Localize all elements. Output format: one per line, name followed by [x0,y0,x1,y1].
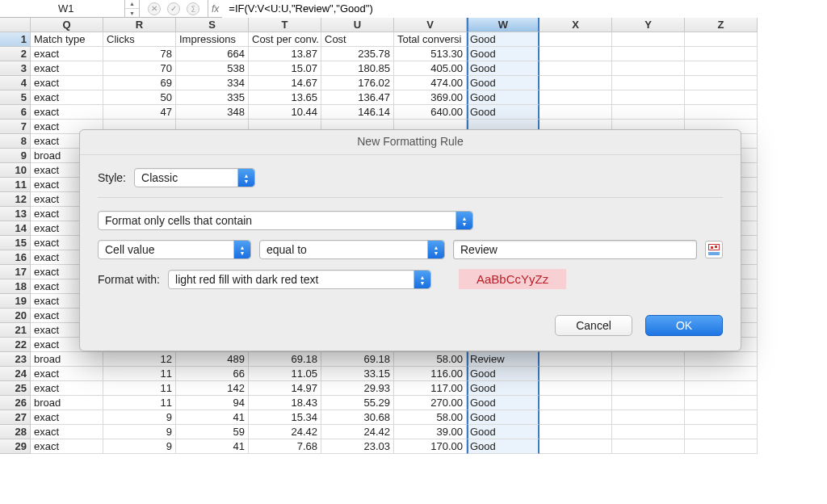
header-cell[interactable] [685,32,758,47]
cell[interactable] [539,61,612,76]
cell[interactable] [612,352,685,367]
cell[interactable]: exact [31,439,103,454]
cell[interactable] [612,410,685,425]
row-header[interactable]: 20 [0,309,31,323]
cancel-button[interactable]: Cancel [555,315,632,336]
header-cell[interactable]: Total conversi [394,32,467,47]
cell[interactable]: 489 [176,352,249,367]
cell[interactable]: 58.00 [394,410,467,425]
condition-op-select[interactable]: equal to ▲▼ [259,240,445,259]
name-box-stepper[interactable]: ▲ ▼ [125,0,140,18]
cell[interactable] [612,381,685,396]
cell[interactable] [539,396,612,410]
row-header[interactable]: 19 [0,294,31,309]
cell[interactable] [539,105,612,120]
header-cell[interactable]: Impressions [176,32,249,47]
row-header[interactable]: 11 [0,178,31,192]
cell[interactable]: broad [31,352,103,367]
cell[interactable]: 235.78 [321,47,394,61]
cell[interactable] [612,61,685,76]
cell[interactable]: 9 [103,410,176,425]
cell[interactable]: 405.00 [394,61,467,76]
accept-formula-icon[interactable]: ✓ [167,2,180,15]
cell[interactable]: Good [467,439,539,454]
cell[interactable] [539,352,612,367]
cell[interactable]: 369.00 [394,90,467,105]
row-header[interactable]: 29 [0,439,31,454]
cell[interactable] [612,425,685,439]
cell[interactable] [612,76,685,90]
cell[interactable]: exact [31,76,103,90]
cell[interactable]: 41 [176,410,249,425]
cell[interactable]: 23.03 [321,439,394,454]
cell[interactable] [685,396,758,410]
row-header[interactable]: 12 [0,192,31,207]
row-header[interactable]: 15 [0,236,31,250]
cell[interactable]: 94 [176,396,249,410]
cell[interactable] [539,47,612,61]
cell[interactable]: 58.00 [394,352,467,367]
select-all-corner[interactable] [0,18,31,32]
cell[interactable]: exact [31,410,103,425]
header-cell[interactable]: Cost per conv. [249,32,321,47]
row-header[interactable]: 9 [0,149,31,163]
cell[interactable]: broad [31,396,103,410]
header-cell[interactable]: Match type [31,32,103,47]
cell[interactable]: 142 [176,381,249,396]
cell[interactable] [685,367,758,381]
cell[interactable]: 24.42 [249,425,321,439]
cell[interactable] [539,425,612,439]
cell[interactable]: Good [467,410,539,425]
column-header[interactable]: U [321,18,394,32]
cell[interactable] [539,381,612,396]
cell[interactable]: 24.42 [321,425,394,439]
cell[interactable]: exact [31,90,103,105]
cell[interactable]: 9 [103,425,176,439]
cell[interactable]: 78 [103,47,176,61]
cell[interactable]: 15.07 [249,61,321,76]
cell[interactable]: 33.15 [321,367,394,381]
cell[interactable] [612,439,685,454]
condition-target-select[interactable]: Cell value ▲▼ [98,240,251,259]
condition-value-input[interactable]: Review [453,240,697,259]
column-header[interactable]: W [467,18,539,32]
row-header[interactable]: 28 [0,425,31,439]
cell[interactable]: exact [31,105,103,120]
row-header[interactable]: 18 [0,279,31,294]
header-cell[interactable]: Clicks [103,32,176,47]
cell[interactable] [612,90,685,105]
cell[interactable] [612,47,685,61]
name-box[interactable]: W1 [0,0,125,18]
cell[interactable]: 538 [176,61,249,76]
cell[interactable] [685,61,758,76]
cell[interactable]: 117.00 [394,381,467,396]
cell[interactable] [685,352,758,367]
cell[interactable]: Good [467,76,539,90]
cell[interactable]: exact [31,61,103,76]
cell[interactable]: 9 [103,439,176,454]
row-header[interactable]: 22 [0,338,31,352]
cell[interactable]: 270.00 [394,396,467,410]
header-cell[interactable]: Cost [321,32,394,47]
column-header[interactable]: X [539,18,612,32]
cell[interactable]: 55.29 [321,396,394,410]
style-select[interactable]: Classic ▲▼ [134,168,255,187]
cell[interactable]: Good [467,396,539,410]
chevron-down-icon[interactable]: ▼ [125,9,139,18]
row-header[interactable]: 26 [0,396,31,410]
row-header[interactable]: 7 [0,120,31,134]
cell[interactable]: exact [31,47,103,61]
row-header[interactable]: 8 [0,134,31,149]
cell[interactable]: 170.00 [394,439,467,454]
cell[interactable]: 7.68 [249,439,321,454]
cell[interactable] [612,396,685,410]
cell[interactable]: 12 [103,352,176,367]
cell[interactable]: Good [467,61,539,76]
collapse-dialog-icon[interactable] [705,241,723,258]
column-header[interactable]: Z [685,18,758,32]
cell[interactable] [685,105,758,120]
cell[interactable]: Good [467,425,539,439]
cell[interactable]: 15.34 [249,410,321,425]
ok-button[interactable]: OK [645,315,723,336]
cell[interactable]: 474.00 [394,76,467,90]
